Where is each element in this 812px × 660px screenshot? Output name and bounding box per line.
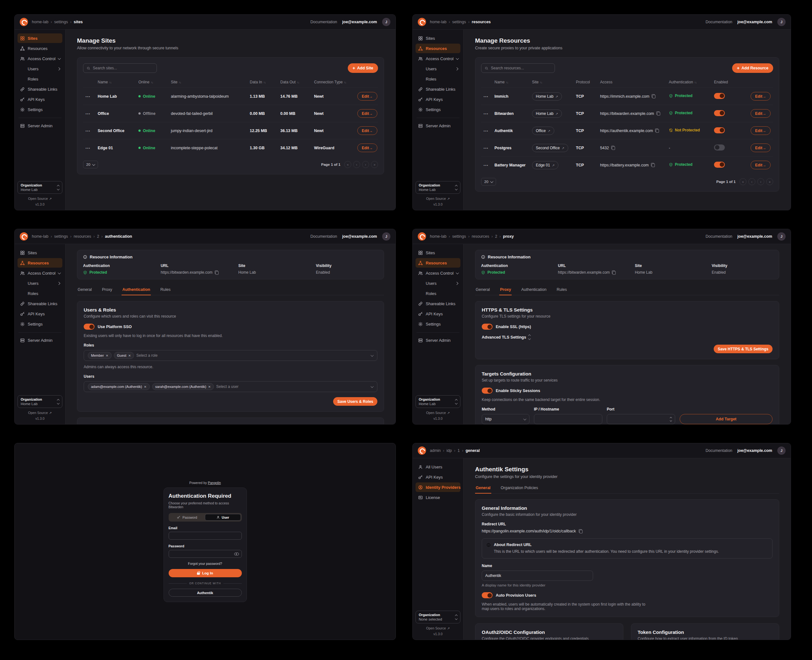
open-source-link[interactable]: Open Source (28, 197, 48, 200)
sidebar-item-roles[interactable]: Roles (17, 289, 62, 298)
org-selector[interactable]: OrganizationNone selected (416, 611, 460, 624)
sidebar-item-sites[interactable]: Sites (17, 33, 62, 43)
copy-icon[interactable] (657, 111, 660, 116)
tab-general[interactable]: General (77, 285, 92, 295)
edit-button[interactable]: Edit (357, 144, 377, 152)
col-site[interactable]: Site (168, 77, 247, 88)
enabled-toggle[interactable] (714, 110, 725, 116)
tab-proxy[interactable]: Proxy (499, 285, 512, 295)
breadcrumb-item[interactable]: 1 (458, 448, 463, 453)
sidebar-item-access-control[interactable]: Access Control (416, 54, 460, 63)
pangolin-logo-icon[interactable] (418, 232, 426, 241)
pangolin-logo-icon[interactable] (418, 446, 426, 455)
user-avatar[interactable]: J (777, 232, 786, 241)
documentation-link[interactable]: Documentation (706, 448, 732, 453)
hostname-input[interactable] (534, 414, 602, 424)
sidebar-item-settings[interactable]: Settings (17, 105, 62, 114)
tab-authentication[interactable]: Authentication (122, 285, 151, 295)
sidebar-item-server-admin[interactable]: Server Admin (416, 335, 460, 345)
password-field[interactable] (169, 550, 242, 558)
breadcrumb-item[interactable]: 2 (495, 234, 501, 239)
sidebar-item-settings[interactable]: Settings (416, 105, 460, 114)
tab-general[interactable]: General (475, 483, 491, 493)
documentation-link[interactable]: Documentation (706, 234, 732, 239)
method-select[interactable]: http (482, 414, 530, 424)
sidebar-item-identity-providers[interactable]: Identity Providers (416, 482, 460, 492)
copy-icon[interactable] (612, 270, 616, 274)
open-source-link[interactable]: Open Source (426, 626, 446, 630)
enabled-toggle[interactable] (714, 162, 725, 168)
row-menu-icon[interactable] (484, 164, 488, 167)
sidebar-item-resources[interactable]: Resources (416, 44, 460, 53)
add-site-button[interactable]: Add Site (348, 63, 378, 73)
sidebar-item-users[interactable]: Users (17, 64, 62, 73)
site-link-pill[interactable]: Second Office (532, 144, 568, 152)
user-email[interactable]: joe@example.com (737, 234, 772, 239)
sidebar-item-shareable-links[interactable]: Shareable Links (416, 299, 460, 308)
remove-chip-icon[interactable]: ✕ (128, 354, 131, 357)
edit-button[interactable]: Edit (750, 109, 771, 118)
authentik-sso-button[interactable]: Authentik (169, 589, 242, 597)
tab-proxy[interactable]: Proxy (101, 285, 113, 295)
users-multiselect[interactable]: adam@example.com (Authentik)✕ sarah@exam… (84, 381, 377, 392)
sidebar-item-license[interactable]: License (416, 493, 460, 502)
search-resources-input[interactable] (481, 63, 555, 73)
eye-icon[interactable] (234, 552, 239, 556)
edit-button[interactable]: Edit (750, 92, 771, 101)
user-email[interactable]: joe@example.com (737, 448, 772, 453)
breadcrumb-item-current[interactable]: authentication (105, 234, 132, 239)
sidebar-item-roles[interactable]: Roles (17, 74, 62, 84)
edit-button[interactable]: Edit (357, 126, 377, 135)
last-page-button[interactable]: » (766, 178, 773, 185)
documentation-link[interactable]: Documentation (310, 20, 337, 24)
platform-sso-toggle[interactable] (84, 324, 95, 330)
row-menu-icon[interactable] (86, 147, 90, 150)
user-email[interactable]: joe@example.com (343, 234, 377, 239)
sidebar-item-shareable-links[interactable]: Shareable Links (17, 84, 62, 94)
row-menu-icon[interactable] (86, 130, 90, 133)
prev-page-button[interactable]: ‹ (353, 161, 360, 168)
breadcrumb-item[interactable]: home-lab (430, 20, 450, 24)
sidebar-item-api-keys[interactable]: API Keys (416, 309, 460, 319)
search-sites-input[interactable] (83, 63, 157, 73)
row-menu-icon[interactable] (86, 112, 90, 116)
breadcrumb-item[interactable]: home-lab (430, 234, 450, 239)
sidebar-item-shareable-links[interactable]: Shareable Links (416, 84, 460, 94)
sidebar-item-access-control[interactable]: Access Control (17, 54, 62, 63)
sidebar-item-api-keys[interactable]: API Keys (416, 472, 460, 482)
row-menu-icon[interactable] (86, 95, 90, 98)
user-avatar[interactable]: J (777, 446, 786, 455)
row-menu-icon[interactable] (484, 147, 488, 150)
remove-chip-icon[interactable]: ✕ (208, 385, 211, 389)
copy-icon[interactable] (652, 94, 655, 98)
port-input[interactable] (607, 414, 675, 424)
breadcrumb-item[interactable]: 2 (97, 234, 103, 239)
sidebar-item-users[interactable]: Users (416, 64, 460, 73)
site-link-pill[interactable]: Home Lab (532, 92, 562, 101)
breadcrumb-item-current[interactable]: general (466, 448, 479, 453)
breadcrumb-item[interactable]: settings (452, 20, 469, 24)
org-selector[interactable]: OrganizationHome Lab (416, 395, 460, 408)
enabled-toggle[interactable] (714, 93, 725, 99)
tab-user[interactable]: User (205, 514, 241, 520)
pangolin-logo-icon[interactable] (20, 232, 28, 241)
row-menu-icon[interactable] (484, 95, 488, 98)
edit-button[interactable]: Edit (750, 161, 771, 169)
documentation-link[interactable]: Documentation (706, 20, 732, 24)
sidebar-item-server-admin[interactable]: Server Admin (416, 121, 460, 130)
enabled-toggle[interactable] (714, 127, 725, 133)
user-email[interactable]: joe@example.com (737, 20, 772, 24)
tab-rules[interactable]: Rules (160, 285, 171, 295)
first-page-button[interactable]: « (344, 161, 351, 168)
breadcrumb-item-current[interactable]: proxy (503, 234, 514, 239)
org-selector[interactable]: OrganizationHome Lab (17, 395, 62, 408)
tab-rules[interactable]: Rules (556, 285, 567, 295)
col-name[interactable]: Name (95, 77, 136, 88)
edit-button[interactable]: Edit (357, 92, 377, 101)
col-site[interactable]: Site (530, 77, 573, 88)
sidebar-item-access-control[interactable]: Access Control (416, 268, 460, 278)
enable-ssl-toggle[interactable] (482, 324, 493, 330)
copy-icon[interactable] (611, 146, 615, 150)
sidebar-item-roles[interactable]: Roles (416, 74, 460, 84)
row-menu-icon[interactable] (484, 112, 488, 116)
